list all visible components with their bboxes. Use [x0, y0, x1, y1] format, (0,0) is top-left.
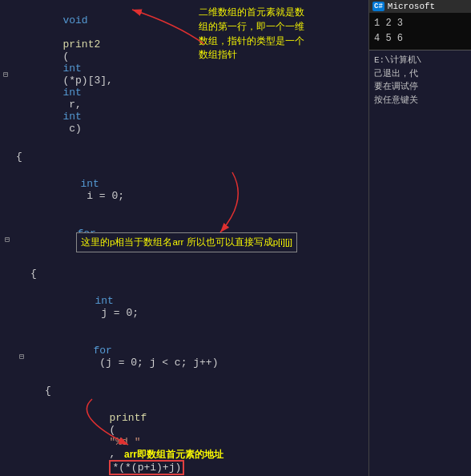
- r-param: r,: [62, 99, 87, 111]
- kw-int2: int: [62, 87, 81, 99]
- console-output-line2: 4 5 6: [374, 31, 466, 46]
- annotation-bottom-text: arr即数组首元素的地址: [124, 449, 223, 460]
- kw-for2: for: [93, 345, 111, 357]
- comma-space: ,: [109, 448, 122, 460]
- line-9-content: printf ( "%d " , *(*(p+i)+j) );: [58, 400, 368, 476]
- console-path-1: E:\计算机\: [374, 54, 466, 67]
- line-8-content: {: [43, 385, 368, 397]
- annotation-bottom: arr即数组首元素的地址: [124, 448, 223, 462]
- fn-printf1: printf: [109, 412, 147, 424]
- code-line-3: int i = 0;: [0, 165, 368, 215]
- annotation-middle-label: 这里的p相当于数组名arr 所以也可以直接写成p[i][j]: [81, 237, 292, 247]
- console-path-2: 己退出，代: [374, 67, 466, 81]
- fold-btn-1[interactable]: ⊟: [0, 70, 11, 79]
- code-panel: ⊟ void print2 ( int (*p)[3], int r, int …: [0, 0, 368, 476]
- paren-open: (: [62, 50, 69, 63]
- fold-btn-3[interactable]: ⊟: [16, 352, 27, 361]
- kw-int-i: int: [80, 178, 99, 190]
- console-title-bar: C# Microsoft: [369, 0, 471, 13]
- console-path: E:\计算机\ 己退出，代 要在调试停 按任意键关: [369, 50, 471, 110]
- console-title-text: Microsoft: [388, 2, 435, 11]
- code-line-2: {: [0, 147, 368, 165]
- line-2-content: {: [14, 151, 368, 163]
- console-path-4: 按任意键关: [374, 94, 466, 107]
- console-panel: C# Microsoft 1 2 3 4 5 6 E:\计算机\ 己退出，代 要…: [368, 0, 471, 476]
- console-body: 1 2 3 4 5 6: [369, 13, 471, 50]
- annotation-middle: 这里的p相当于数组名arr 所以也可以直接写成p[i][j]: [76, 232, 297, 252]
- code-line-6: int j = 0;: [0, 282, 368, 332]
- str-fmt: "%d ": [109, 436, 140, 448]
- highlight-expr: *(*(p+i)+j): [109, 460, 184, 475]
- kw-int3: int: [62, 111, 81, 123]
- for2-body: (j = 0; j < c; j++): [93, 357, 218, 369]
- console-icon: C#: [372, 2, 384, 11]
- code-line-8: {: [0, 381, 368, 399]
- line-1-content: void print2 ( int (*p)[3], int r, int c): [11, 2, 368, 147]
- j-decl: j = 0;: [95, 307, 139, 319]
- c-param: c): [62, 123, 81, 135]
- annotation-middle-text: 这里的p相当于数组名arr 所以也可以直接写成p[i][j]: [76, 232, 297, 252]
- code-line-1: ⊟ void print2 ( int (*p)[3], int r, int …: [0, 2, 368, 147]
- console-path-3: 要在调试停: [374, 80, 466, 94]
- code-line-9: printf ( "%d " , *(*(p+i)+j) );: [0, 399, 368, 476]
- kw-int1: int: [62, 63, 81, 75]
- printf1-args: (: [109, 424, 115, 436]
- code-line-5: {: [0, 264, 368, 282]
- kw-void: void: [62, 14, 87, 26]
- fn-print2: print2: [62, 38, 100, 50]
- code-line-7: ⊟ for (j = 0; j < c; j++): [0, 332, 368, 381]
- line-5-content: {: [29, 268, 368, 280]
- main-container: ⊟ void print2 ( int (*p)[3], int r, int …: [0, 0, 471, 476]
- fold-btn-2[interactable]: ⊟: [2, 235, 13, 244]
- line-3-content: int i = 0;: [29, 166, 368, 214]
- kw-int-j: int: [95, 295, 113, 307]
- console-output-line1: 1 2 3: [374, 16, 466, 31]
- star-p: (*p)[3],: [62, 75, 119, 87]
- line-7-content: for (j = 0; j < c; j++): [29, 333, 368, 381]
- i-decl: i = 0;: [80, 190, 124, 202]
- line-6-content: int j = 0;: [43, 283, 368, 331]
- space: [62, 26, 69, 38]
